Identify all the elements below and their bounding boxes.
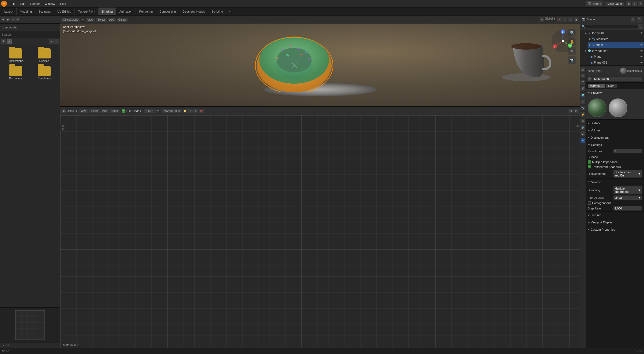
material-new-icon[interactable]: +: [188, 109, 193, 113]
folder-desktop[interactable]: Desktop: [31, 47, 58, 64]
material-name-input[interactable]: [593, 77, 642, 81]
node-node-button[interactable]: Node: [110, 109, 119, 113]
tab-sculpting[interactable]: Sculpting: [35, 8, 54, 15]
outliner-filter-icon[interactable]: ▽: [638, 24, 643, 29]
outliner-item-environment[interactable]: ▶ 🌍 environment 👁: [584, 48, 644, 54]
search-input[interactable]: [2, 33, 58, 36]
preview-sphere-material[interactable]: [609, 98, 627, 117]
menu-edit[interactable]: Edit: [18, 2, 28, 6]
modifier-props-icon[interactable]: 🔧: [581, 106, 585, 110]
pass-index-value[interactable]: 0: [613, 149, 642, 153]
outliner-item-plane[interactable]: ▣ Plane 👁: [588, 54, 644, 60]
tab-scripting[interactable]: Scripting: [208, 8, 226, 15]
tab-compositing[interactable]: Compositing: [156, 8, 179, 15]
data-tab[interactable]: Data: [606, 84, 616, 88]
multiple-importance-checkbox[interactable]: ✓ Multiple Importance: [586, 160, 644, 164]
tab-shading[interactable]: Shading: [99, 8, 116, 15]
menu-render[interactable]: Render: [28, 2, 42, 6]
node-view-button[interactable]: View: [79, 109, 88, 113]
node-add-button[interactable]: Add: [101, 109, 109, 113]
viewport-pie-icon[interactable]: ◉: [574, 17, 579, 22]
tab-geometry-nodes[interactable]: Geometry Nodes: [179, 8, 208, 15]
viewport-select-button[interactable]: Select: [96, 18, 107, 22]
tab-texture-paint[interactable]: Texture Paint: [75, 8, 99, 15]
line-art-section-header[interactable]: ▶ Line Art: [586, 212, 644, 219]
scene-props-icon[interactable]: 🎬: [581, 86, 585, 91]
displacement-select[interactable]: Displacement and Bu... ▼: [613, 170, 642, 178]
preview-section-header[interactable]: ▼ Preview: [586, 89, 644, 96]
outliner-item-torus[interactable]: ▶ ▲ Torus.001 👁: [584, 30, 644, 36]
homogeneous-checkbox[interactable]: Homogeneous: [586, 201, 644, 205]
world-props-icon[interactable]: 🌍: [581, 93, 585, 98]
material-selector[interactable]: Material.003: [162, 109, 182, 113]
tab-modeling[interactable]: Modeling: [17, 8, 35, 15]
view-list-icon[interactable]: ☰: [1, 39, 6, 44]
sampling-select[interactable]: Multiple Importance ▼: [613, 186, 642, 194]
node-editor-type-icon[interactable]: ◉: [61, 109, 66, 113]
output-props-icon[interactable]: 🖨: [581, 73, 585, 78]
transform-y-icon[interactable]: Y: [563, 17, 567, 22]
outliner-item-sugar[interactable]: ▶ ▲ sugar 👁: [588, 42, 644, 48]
menu-window[interactable]: Window: [43, 2, 57, 6]
sugar-visibility-icon[interactable]: 👁: [640, 43, 643, 46]
object-props-icon[interactable]: ▲: [581, 99, 585, 104]
node-zoom-out-icon[interactable]: ⊟: [568, 109, 573, 113]
plane001-visibility-icon[interactable]: 👁: [640, 61, 643, 64]
folder-documents[interactable]: Documents: [2, 65, 29, 81]
outliner-item-modifiers[interactable]: ▶ 🔧 Modifiers: [588, 36, 644, 42]
volume-expanded-header[interactable]: ▼ Volume: [586, 179, 644, 186]
outliner-search[interactable]: 🔍: [581, 25, 638, 28]
particles-props-icon[interactable]: ⚡: [581, 112, 585, 117]
surface-section-header[interactable]: ▶ Surface: [586, 120, 644, 127]
node-pan-tool[interactable]: [62, 128, 64, 130]
render-properties-icon[interactable]: ▷: [631, 17, 635, 22]
slot-selector[interactable]: Slot 1: [144, 109, 156, 113]
menu-file[interactable]: File: [9, 2, 18, 6]
global-transform-icon[interactable]: ⊕: [540, 17, 544, 22]
material-tab[interactable]: Material...: [588, 84, 605, 88]
outliner-item-plane-001[interactable]: ▣ Plane.001 👁: [588, 60, 644, 65]
transform-x-icon[interactable]: X: [557, 17, 562, 22]
constraints-props-icon[interactable]: 🔗: [581, 125, 585, 130]
viewport-display-section-header[interactable]: ▶ Viewport Display: [586, 219, 644, 226]
view-grid-icon[interactable]: ⊞: [7, 39, 12, 44]
blender-logo[interactable]: ●: [1, 1, 7, 7]
add-workspace-button[interactable]: +: [226, 8, 232, 15]
displacement-section-header[interactable]: ▶ Displacement: [586, 134, 644, 141]
tab-rendering[interactable]: Rendering: [136, 8, 156, 15]
menu-help[interactable]: Help: [58, 2, 68, 6]
render-props-icon[interactable]: 📷: [581, 67, 585, 72]
transform-z-icon[interactable]: Z: [568, 17, 573, 22]
fb-up-button[interactable]: ▲: [11, 17, 16, 21]
material-browse-icon[interactable]: 📁: [183, 109, 188, 113]
settings-section-header[interactable]: ▼ Settings: [586, 141, 644, 148]
viewport-mode-button[interactable]: Object Mode: [61, 18, 80, 22]
viewport-add-button[interactable]: Add: [108, 18, 116, 22]
physics-props-icon[interactable]: ⊛: [581, 119, 585, 123]
node-editor-canvas[interactable]: [60, 115, 580, 348]
material-delete-icon[interactable]: ✕: [193, 109, 198, 113]
fb-back-button[interactable]: ◀: [1, 17, 5, 21]
transparent-shadows-checkbox[interactable]: ✓ Transparent Shadows: [586, 164, 644, 169]
tab-layout[interactable]: Layout: [1, 8, 17, 15]
node-settings-tool[interactable]: [576, 125, 579, 127]
node-zoom-in-icon[interactable]: ⊞: [574, 109, 579, 113]
fb-forward-button[interactable]: ▶: [6, 17, 10, 21]
viewport-view-button[interactable]: View: [86, 18, 95, 22]
volume-section-header[interactable]: ▶ Volume: [586, 127, 644, 134]
step-rate-value[interactable]: 1.000: [613, 206, 642, 211]
axis-nav-widget[interactable]: Z Y X: [551, 29, 575, 54]
fb-refresh-button[interactable]: ↺: [16, 17, 20, 21]
interpolation-select[interactable]: Linear ▼: [613, 196, 642, 200]
tab-uv-editing[interactable]: UV Editing: [54, 8, 75, 15]
object-data-props-icon[interactable]: ▲: [581, 131, 585, 136]
node-select-tool[interactable]: [62, 125, 64, 127]
tab-animation[interactable]: Animation: [116, 8, 136, 15]
render-icon[interactable]: ◉: [626, 1, 631, 6]
close-icon[interactable]: ✕: [638, 1, 643, 6]
view-layer-props-icon[interactable]: ☰: [581, 80, 585, 85]
material-pin-icon[interactable]: 📌: [199, 109, 204, 113]
torus-visibility-icon[interactable]: 👁: [640, 32, 643, 35]
folder-applications[interactable]: Applications: [2, 47, 29, 64]
node-select-button[interactable]: Select: [89, 109, 100, 113]
